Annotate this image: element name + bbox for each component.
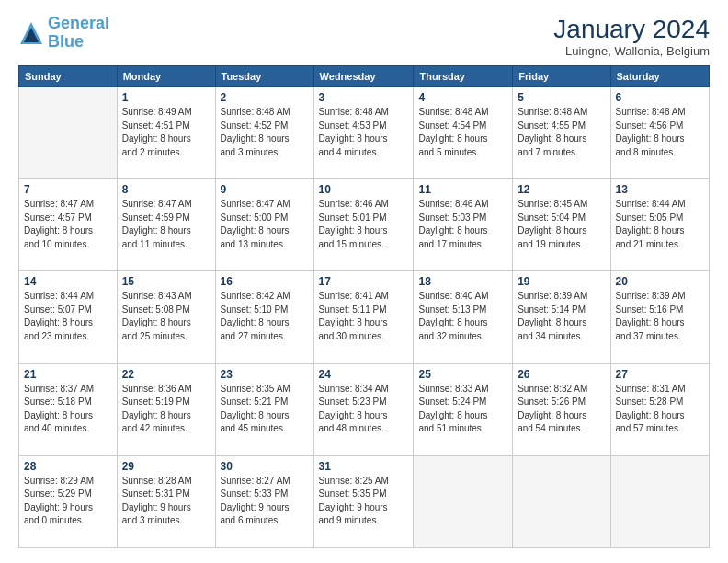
header: General Blue January 2024 Luingne, Wallo… <box>18 15 710 58</box>
day-cell: 5Sunrise: 8:48 AMSunset: 4:55 PMDaylight… <box>513 87 610 179</box>
day-number: 9 <box>221 183 309 196</box>
day-cell <box>610 455 709 547</box>
day-number: 12 <box>518 183 605 196</box>
calendar: SundayMondayTuesdayWednesdayThursdayFrid… <box>18 65 710 548</box>
day-info: Sunrise: 8:47 AMSunset: 5:00 PMDaylight:… <box>221 198 309 251</box>
day-number: 2 <box>221 91 309 104</box>
day-cell: 21Sunrise: 8:37 AMSunset: 5:18 PMDayligh… <box>19 363 118 455</box>
day-info: Sunrise: 8:46 AMSunset: 5:01 PMDaylight:… <box>319 198 409 251</box>
day-cell: 23Sunrise: 8:35 AMSunset: 5:21 PMDayligh… <box>215 363 313 455</box>
logo-icon <box>18 20 44 46</box>
day-cell: 28Sunrise: 8:29 AMSunset: 5:29 PMDayligh… <box>19 455 118 547</box>
day-info: Sunrise: 8:48 AMSunset: 4:54 PMDaylight:… <box>418 106 507 159</box>
day-info: Sunrise: 8:44 AMSunset: 5:07 PMDaylight:… <box>24 290 112 343</box>
day-cell: 1Sunrise: 8:49 AMSunset: 4:51 PMDaylight… <box>117 87 215 179</box>
day-number: 4 <box>418 91 507 104</box>
day-number: 24 <box>319 368 409 381</box>
week-row-1: 1Sunrise: 8:49 AMSunset: 4:51 PMDaylight… <box>19 87 710 179</box>
day-cell: 12Sunrise: 8:45 AMSunset: 5:04 PMDayligh… <box>513 179 610 271</box>
day-number: 17 <box>319 275 409 288</box>
day-cell: 13Sunrise: 8:44 AMSunset: 5:05 PMDayligh… <box>610 179 709 271</box>
day-cell: 27Sunrise: 8:31 AMSunset: 5:28 PMDayligh… <box>610 363 709 455</box>
day-number: 25 <box>418 368 507 381</box>
day-cell: 11Sunrise: 8:46 AMSunset: 5:03 PMDayligh… <box>414 179 513 271</box>
day-cell: 9Sunrise: 8:47 AMSunset: 5:00 PMDaylight… <box>215 179 313 271</box>
day-info: Sunrise: 8:48 AMSunset: 4:52 PMDaylight:… <box>221 106 309 159</box>
logo-text: General Blue <box>48 15 109 52</box>
day-info: Sunrise: 8:45 AMSunset: 5:04 PMDaylight:… <box>518 198 605 251</box>
day-number: 31 <box>319 460 409 473</box>
header-sunday: Sunday <box>19 66 118 87</box>
day-cell: 2Sunrise: 8:48 AMSunset: 4:52 PMDaylight… <box>215 87 313 179</box>
day-number: 3 <box>319 91 409 104</box>
day-cell: 19Sunrise: 8:39 AMSunset: 5:14 PMDayligh… <box>513 271 610 363</box>
day-number: 15 <box>122 275 210 288</box>
month-title: January 2024 <box>553 15 710 44</box>
day-number: 16 <box>221 275 309 288</box>
day-info: Sunrise: 8:31 AMSunset: 5:28 PMDaylight:… <box>616 383 704 436</box>
logo: General Blue <box>18 15 109 52</box>
day-number: 5 <box>518 91 605 104</box>
day-number: 6 <box>616 91 704 104</box>
day-info: Sunrise: 8:41 AMSunset: 5:11 PMDaylight:… <box>319 290 409 343</box>
day-number: 14 <box>24 275 112 288</box>
day-cell <box>513 455 610 547</box>
day-cell: 7Sunrise: 8:47 AMSunset: 4:57 PMDaylight… <box>19 179 118 271</box>
week-row-5: 28Sunrise: 8:29 AMSunset: 5:29 PMDayligh… <box>19 455 710 547</box>
day-info: Sunrise: 8:35 AMSunset: 5:21 PMDaylight:… <box>221 383 309 436</box>
day-cell <box>414 455 513 547</box>
day-info: Sunrise: 8:37 AMSunset: 5:18 PMDaylight:… <box>24 383 112 436</box>
day-info: Sunrise: 8:32 AMSunset: 5:26 PMDaylight:… <box>518 383 605 436</box>
day-cell: 25Sunrise: 8:33 AMSunset: 5:24 PMDayligh… <box>414 363 513 455</box>
day-number: 26 <box>518 368 605 381</box>
day-cell: 17Sunrise: 8:41 AMSunset: 5:11 PMDayligh… <box>313 271 414 363</box>
day-info: Sunrise: 8:33 AMSunset: 5:24 PMDaylight:… <box>418 383 507 436</box>
day-cell: 30Sunrise: 8:27 AMSunset: 5:33 PMDayligh… <box>215 455 313 547</box>
day-info: Sunrise: 8:48 AMSunset: 4:56 PMDaylight:… <box>616 106 704 159</box>
day-cell <box>19 87 118 179</box>
week-row-2: 7Sunrise: 8:47 AMSunset: 4:57 PMDaylight… <box>19 179 710 271</box>
day-number: 30 <box>221 460 309 473</box>
day-info: Sunrise: 8:36 AMSunset: 5:19 PMDaylight:… <box>122 383 210 436</box>
day-cell: 16Sunrise: 8:42 AMSunset: 5:10 PMDayligh… <box>215 271 313 363</box>
logo-line1: General <box>48 14 109 32</box>
day-cell: 8Sunrise: 8:47 AMSunset: 4:59 PMDaylight… <box>117 179 215 271</box>
day-number: 28 <box>24 460 112 473</box>
day-number: 18 <box>418 275 507 288</box>
day-cell: 4Sunrise: 8:48 AMSunset: 4:54 PMDaylight… <box>414 87 513 179</box>
logo-line2: Blue <box>48 32 84 51</box>
header-thursday: Thursday <box>414 66 513 87</box>
week-row-4: 21Sunrise: 8:37 AMSunset: 5:18 PMDayligh… <box>19 363 710 455</box>
week-row-3: 14Sunrise: 8:44 AMSunset: 5:07 PMDayligh… <box>19 271 710 363</box>
header-saturday: Saturday <box>610 66 709 87</box>
day-number: 8 <box>122 183 210 196</box>
day-info: Sunrise: 8:44 AMSunset: 5:05 PMDaylight:… <box>616 198 704 251</box>
day-cell: 29Sunrise: 8:28 AMSunset: 5:31 PMDayligh… <box>117 455 215 547</box>
day-number: 19 <box>518 275 605 288</box>
day-cell: 6Sunrise: 8:48 AMSunset: 4:56 PMDaylight… <box>610 87 709 179</box>
day-info: Sunrise: 8:48 AMSunset: 4:53 PMDaylight:… <box>319 106 409 159</box>
day-number: 13 <box>616 183 704 196</box>
day-cell: 10Sunrise: 8:46 AMSunset: 5:01 PMDayligh… <box>313 179 414 271</box>
day-number: 20 <box>616 275 704 288</box>
header-tuesday: Tuesday <box>215 66 313 87</box>
day-cell: 14Sunrise: 8:44 AMSunset: 5:07 PMDayligh… <box>19 271 118 363</box>
day-number: 10 <box>319 183 409 196</box>
day-info: Sunrise: 8:40 AMSunset: 5:13 PMDaylight:… <box>418 290 507 343</box>
day-cell: 18Sunrise: 8:40 AMSunset: 5:13 PMDayligh… <box>414 271 513 363</box>
day-cell: 24Sunrise: 8:34 AMSunset: 5:23 PMDayligh… <box>313 363 414 455</box>
day-info: Sunrise: 8:46 AMSunset: 5:03 PMDaylight:… <box>418 198 507 251</box>
day-number: 11 <box>418 183 507 196</box>
page: General Blue January 2024 Luingne, Wallo… <box>0 0 728 563</box>
day-number: 22 <box>122 368 210 381</box>
day-number: 7 <box>24 183 112 196</box>
day-number: 1 <box>122 91 210 104</box>
day-cell: 15Sunrise: 8:43 AMSunset: 5:08 PMDayligh… <box>117 271 215 363</box>
header-wednesday: Wednesday <box>313 66 414 87</box>
day-number: 21 <box>24 368 112 381</box>
day-info: Sunrise: 8:39 AMSunset: 5:16 PMDaylight:… <box>616 290 704 343</box>
location: Luingne, Wallonia, Belgium <box>553 44 710 58</box>
day-info: Sunrise: 8:27 AMSunset: 5:33 PMDaylight:… <box>221 475 309 528</box>
title-block: January 2024 Luingne, Wallonia, Belgium <box>553 15 710 58</box>
day-info: Sunrise: 8:42 AMSunset: 5:10 PMDaylight:… <box>221 290 309 343</box>
